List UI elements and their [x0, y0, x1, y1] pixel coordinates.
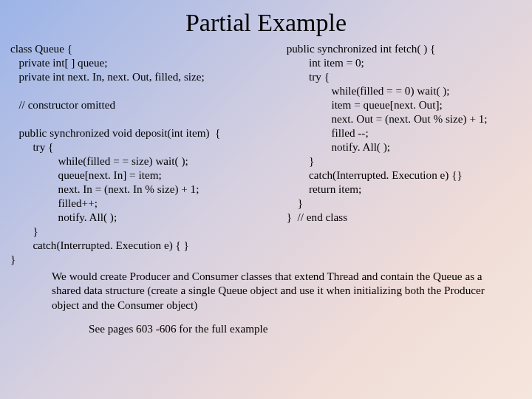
slide-title: Partial Example: [0, 0, 532, 41]
code-left-column: class Queue { private int[ ] queue; priv…: [10, 41, 287, 266]
see-pages-note: See pages 603 -606 for the full example: [0, 312, 532, 335]
slide: Partial Example class Queue { private in…: [0, 0, 532, 399]
code-columns: class Queue { private int[ ] queue; priv…: [0, 41, 532, 266]
footer-paragraph: We would create Producer and Consumer cl…: [0, 266, 532, 312]
code-right-column: public synchronized int fetch( ) { int i…: [287, 41, 522, 266]
